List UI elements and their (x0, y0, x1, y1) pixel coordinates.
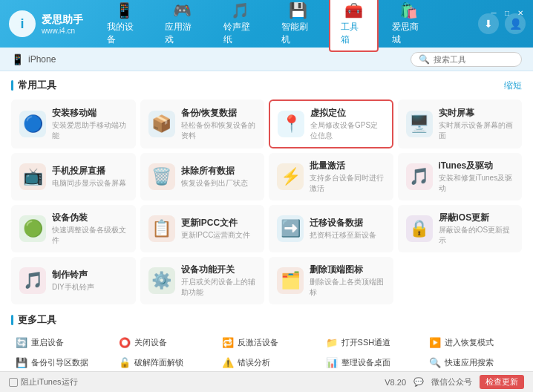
itunes-checkbox-item[interactable]: 阻止iTunes运行 (9, 376, 78, 388)
tool-item-screen-mirror[interactable]: 📺 手机投屏直播 电脑同步显示设备屏幕 (11, 153, 136, 200)
batch-activate-text: 批量激活 支持多台设备同时进行激活 (310, 160, 385, 194)
erase-all-text: 抹除所有数据 恢复设备到出厂状态 (181, 165, 248, 189)
more-tool-item-error-analysis[interactable]: ⚠️ 错误分析 (218, 354, 315, 371)
close-icon[interactable]: ✕ (515, 7, 526, 18)
more-tool-item-open-ssh[interactable]: 📁 打开SSH通道 (321, 334, 419, 351)
more-tool-item-shutdown-device[interactable]: ⭕ 关闭设备 (114, 334, 212, 351)
tool-item-realtime-screen[interactable]: 🖥️ 实时屏幕 实时展示设备屏幕的画面 (398, 99, 523, 148)
aisi-store-label: 爱思商城 (392, 21, 426, 46)
backup-restore-desc: 轻松备份和恢复设备的资料 (181, 120, 257, 141)
backup-restore-name: 备份/恢复数据 (181, 107, 257, 120)
check-update-button[interactable]: 检查更新 (480, 375, 524, 389)
tool-item-device-disguise[interactable]: 🟢 设备伪装 快速调整设备各级极文件 (11, 205, 136, 252)
screen-mirror-icon: 📺 (19, 163, 46, 190)
nav-item-tools[interactable]: 🧰工具箱 (329, 0, 379, 52)
more-tools-header: 更多工具 (11, 313, 522, 327)
break-screen-icon: 🔓 (119, 357, 131, 368)
migrate-data-icon: ➡️ (277, 215, 304, 242)
backup-icloud-icon: 💾 (16, 357, 27, 368)
open-ssh-label: 打开SSH通道 (341, 337, 391, 348)
delete-top-icons-text: 删除顶端图标 删除设备上各类顶端图标 (310, 264, 385, 298)
more-tool-item-enter-recovery[interactable]: ▶️ 进入恢复模式 (425, 334, 522, 351)
my-device-label: 我的设备 (107, 21, 141, 46)
device-functions-icon: ⚙️ (148, 267, 175, 294)
install-app-label: 快速应用搜索 (445, 357, 494, 368)
erase-all-name: 抹除所有数据 (181, 165, 248, 177)
app-games-icon: 🎮 (173, 1, 192, 19)
tool-item-batch-activate[interactable]: ⚡ 批量激活 支持多台设备同时进行激活 (269, 153, 393, 200)
collapse-button[interactable]: 缩短 (504, 79, 522, 92)
maximize-icon[interactable]: □ (502, 7, 512, 18)
itunes-checkbox-label: 阻止iTunes运行 (21, 376, 78, 388)
make-ringtone-name: 制作铃声 (52, 269, 94, 281)
tool-item-itunes-driver[interactable]: 🎵 iTunes及驱动 安装和修复iTunes及驱动 (398, 153, 523, 200)
screen-ios-update-text: 屏蔽iOS更新 屏蔽设备的iOS更新提示 (439, 212, 514, 246)
tool-item-screen-ios-update[interactable]: 🔒 屏蔽iOS更新 屏蔽设备的iOS更新提示 (398, 205, 523, 252)
nav-item-app-games[interactable]: 🎮应用游戏 (154, 0, 209, 50)
nav-bar: 📱我的设备🎮应用游戏🎵铃声壁纸💾智能刷机🧰工具箱🛍️爱思商城 (97, 0, 436, 52)
aisi-store-icon: 🛍️ (399, 1, 418, 19)
error-analysis-label: 错误分析 (238, 357, 270, 368)
more-tools-label: 更多工具 (18, 313, 56, 327)
device-disguise-desc: 快速调整设备各级极文件 (52, 225, 128, 246)
tool-item-erase-all[interactable]: 🗑️ 抹除所有数据 恢复设备到出厂状态 (140, 153, 265, 200)
open-ssh-icon: 📁 (326, 337, 338, 348)
more-tool-item-manage-desktop[interactable]: 📊 整理设备桌面 (321, 354, 419, 371)
tools-icon: 🧰 (344, 1, 363, 19)
virtual-location-desc: 全局修改设备GPS定位信息 (310, 120, 385, 141)
update-ipcc-text: 更新IPCC文件 更新IPCC运营商文件 (181, 217, 251, 241)
tools-label: 工具箱 (341, 21, 367, 46)
more-tool-item-deactivate-device[interactable]: 🔁 反激活设备 (218, 334, 315, 351)
itunes-checkbox[interactable] (9, 378, 18, 387)
delete-top-icons-icon: 🗂️ (277, 267, 304, 294)
migrate-data-name: 迁移设备数据 (310, 217, 376, 229)
migrate-mobile-icon: 🔵 (19, 111, 46, 137)
screen-ios-update-desc: 屏蔽设备的iOS更新提示 (439, 225, 514, 246)
logo-area: i 爱思助手 www.i4.cn (7, 9, 97, 39)
tool-item-backup-restore[interactable]: 📦 备份/恢复数据 轻松备份和恢复设备的资料 (140, 99, 265, 148)
tool-item-migrate-mobile[interactable]: 🔵 安装移动端 安装爱思助手移动端功能 (11, 99, 136, 148)
tool-item-virtual-location[interactable]: 📍 虚拟定位 全局修改设备GPS定位信息 (269, 99, 393, 148)
nav-item-my-device[interactable]: 📱我的设备 (97, 0, 151, 50)
deactivate-device-icon: 🔁 (222, 337, 234, 348)
tool-item-delete-top-icons[interactable]: 🗂️ 删除顶端图标 删除设备上各类顶端图标 (269, 257, 393, 304)
more-tools-title: 更多工具 (11, 313, 56, 327)
nav-item-smart-flash[interactable]: 💾智能刷机 (271, 0, 326, 50)
more-tool-item-install-app[interactable]: 🔍 快速应用搜索 (425, 354, 522, 371)
error-analysis-icon: ⚠️ (222, 357, 234, 368)
more-tool-item-break-screen[interactable]: 🔓 破解阵面解锁 (114, 354, 212, 371)
break-screen-label: 破解阵面解锁 (134, 357, 183, 368)
common-tools-label: 常用工具 (18, 79, 56, 92)
device-disguise-icon: 🟢 (19, 215, 46, 242)
tool-item-migrate-data[interactable]: ➡️ 迁移设备数据 把资料迁移至新设备 (269, 205, 393, 252)
tool-item-device-functions[interactable]: ⚙️ 设备功能开关 开启或关闭设备上的辅助功能 (140, 257, 265, 304)
common-tools-title: 常用工具 (11, 79, 56, 92)
device-functions-desc: 开启或关闭设备上的辅助功能 (181, 277, 257, 298)
virtual-location-icon: 📍 (278, 111, 304, 137)
realtime-screen-icon: 🖥️ (406, 111, 433, 137)
nav-item-ringtones[interactable]: 🎵铃声壁纸 (213, 0, 268, 50)
search-input[interactable] (434, 55, 515, 64)
tool-item-make-ringtone[interactable]: 🎵 制作铃声 DIY手机铃声 (11, 257, 136, 304)
wechat-icon: 💬 (413, 377, 424, 387)
more-tool-item-reboot-device[interactable]: 🔄 重启设备 (11, 334, 108, 351)
batch-activate-name: 批量激活 (310, 160, 385, 172)
smart-flash-icon: 💾 (289, 1, 307, 19)
minimize-icon[interactable]: ─ (488, 7, 499, 18)
migrate-mobile-text: 安装移动端 安装爱思助手移动端功能 (52, 107, 128, 141)
ringtones-icon: 🎵 (231, 1, 249, 19)
itunes-driver-desc: 安装和修复iTunes及驱动 (439, 173, 514, 194)
manage-desktop-label: 整理设备桌面 (341, 357, 390, 368)
shutdown-device-icon: ⭕ (119, 337, 131, 348)
search-box[interactable]: 🔍 (411, 52, 522, 67)
realtime-screen-text: 实时屏幕 实时展示设备屏幕的画面 (439, 107, 514, 141)
nav-item-aisi-store[interactable]: 🛍️爱思商城 (382, 0, 436, 50)
batch-activate-icon: ⚡ (277, 163, 304, 190)
update-ipcc-name: 更新IPCC文件 (181, 217, 251, 229)
tool-item-update-ipcc[interactable]: 📋 更新IPCC文件 更新IPCC运营商文件 (140, 205, 265, 252)
more-tools-grid: 🔄 重启设备 ⭕ 关闭设备 🔁 反激活设备 📁 打开SSH通道 ▶️ 进入恢复模… (11, 334, 522, 371)
more-tool-item-backup-icloud[interactable]: 💾 备份引导区数据 (11, 354, 108, 371)
app-header: i 爱思助手 www.i4.cn 📱我的设备🎮应用游戏🎵铃声壁纸💾智能刷机🧰工具… (0, 0, 533, 48)
migrate-mobile-desc: 安装爱思助手移动端功能 (52, 120, 128, 141)
device-functions-text: 设备功能开关 开启或关闭设备上的辅助功能 (181, 264, 257, 298)
